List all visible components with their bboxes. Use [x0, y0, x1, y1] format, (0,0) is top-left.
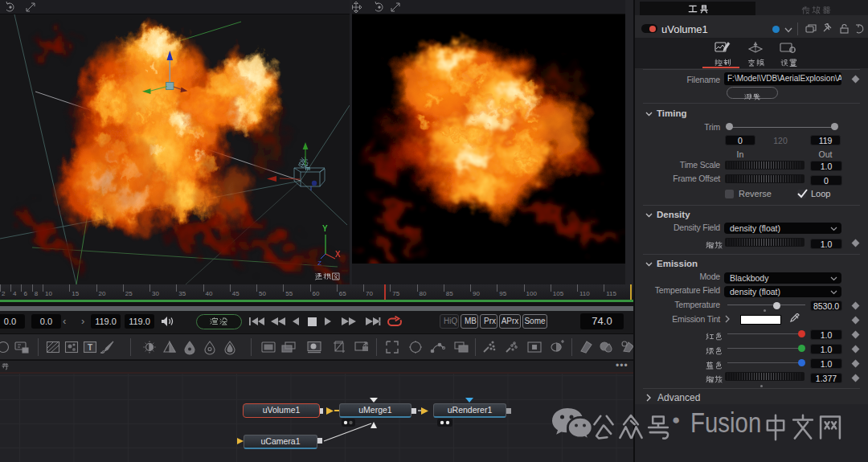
svg-text:Y: Y	[322, 224, 328, 233]
svg-text:T: T	[88, 343, 92, 352]
svg-text:Z: Z	[317, 260, 321, 266]
svg-text:X: X	[335, 250, 341, 259]
svg-text:m: m	[305, 166, 310, 171]
